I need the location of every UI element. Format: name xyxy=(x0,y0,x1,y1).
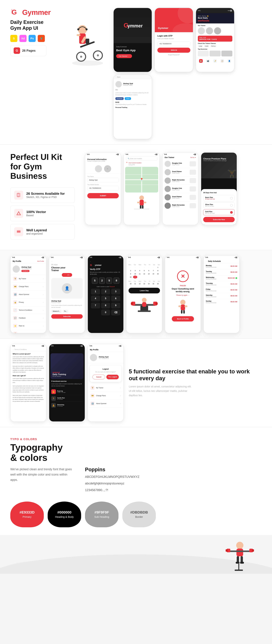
gold-plan: Gold Plan $50 for 365 days ✓ xyxy=(203,209,235,215)
svg-rect-55 xyxy=(183,310,185,314)
black-name: Heading & Body xyxy=(55,516,74,518)
primary-hex: #E9333D xyxy=(20,510,35,514)
perfect-title: Perfect UI Kitfor Gym Business xyxy=(10,152,75,181)
svg-rect-64 xyxy=(252,549,254,552)
perfect-section: Perfect UI Kitfor Gym Business 26 Screen… xyxy=(0,145,272,250)
phone-dark-workout: 9:41 ● ▌▌ ← WORKOUT Daily Training 60 mi… xyxy=(49,344,85,422)
leave-day-btn[interactable]: Leave Day xyxy=(128,288,160,294)
svg-text:G: G xyxy=(12,8,17,16)
primary-name: Primary xyxy=(23,516,32,518)
tools-row: S Xd Ps xyxy=(10,35,62,42)
phone-leave-day: 9:41 ● ▌▌ ← MonTueWedThuFriSatSun - - - xyxy=(126,256,162,333)
svg-point-50 xyxy=(180,300,186,305)
font-numbers: 1234567890..,:?! xyxy=(85,487,262,493)
svg-rect-52 xyxy=(178,306,181,307)
nav-blog[interactable]: 📝 xyxy=(213,59,217,63)
nav-plans[interactable]: 📋 xyxy=(220,59,224,63)
border-hex: #DBDBDB xyxy=(130,510,148,514)
svg-rect-26 xyxy=(17,232,20,233)
sub-name: Sub Heading xyxy=(94,516,109,518)
svg-rect-7 xyxy=(77,34,80,36)
nav-videos[interactable]: 📹 xyxy=(206,59,210,63)
menu-trainer[interactable]: 🏋️ My Trainer › xyxy=(11,275,46,283)
swatch-primary: #E9333D Primary xyxy=(10,502,44,527)
menu-terms[interactable]: 📄 Terms & Conditions › xyxy=(11,306,46,314)
bottom-illustration xyxy=(0,535,272,574)
swatch-sub: #9F9F9F Sub Heading xyxy=(85,502,118,527)
screens-title: 26 Screens Available for xyxy=(26,192,65,196)
svg-rect-68 xyxy=(240,562,244,564)
layered-title: Well Layered xyxy=(26,228,47,232)
font-lowercase: abcdefghijklmnopqrstuvwxyz xyxy=(85,480,262,486)
svg-point-58 xyxy=(236,542,244,549)
layered-sub: and organized xyxy=(26,232,47,235)
phone-login: Gymmer Login with OTP Enter your Mobile … xyxy=(154,8,193,72)
svg-rect-63 xyxy=(226,549,228,552)
feature-screens: 26 Screens Available for Sketch, XD, Fig… xyxy=(10,187,75,203)
font-name: Poppins xyxy=(85,467,262,472)
sub-hex: #9F9F9F xyxy=(94,510,109,514)
character-area xyxy=(70,8,106,67)
svg-rect-54 xyxy=(181,310,182,314)
typo-main: We've picked clean and trendy font that … xyxy=(10,467,262,494)
svg-rect-35 xyxy=(137,202,140,203)
svg-point-19 xyxy=(178,8,193,23)
svg-rect-59 xyxy=(236,548,243,556)
svg-rect-44 xyxy=(131,302,133,305)
menu-rate[interactable]: ⭐ Rate Us › xyxy=(11,322,46,330)
svg-rect-60 xyxy=(228,550,252,552)
svg-rect-69 xyxy=(238,563,239,570)
menu-about[interactable]: ℹ️ About Gymmer › xyxy=(11,290,46,298)
svg-point-33 xyxy=(139,196,144,200)
phone-trainer: 9:41 ● ▌▌ Our Trainer Sort by ▼ Douglas … xyxy=(162,152,198,225)
phone-workouts: 9:41 ● ● ▌▌ Hello, Akshay 👋 Best Daily w… xyxy=(196,8,234,72)
sketch-badge: S xyxy=(10,35,18,42)
phone-daily-schedule: 9:41 ● ▌▌ ← Daily Schedule MondayWorkout… xyxy=(204,256,240,333)
phone-terms: 9:41 ● ▌▌ ← Terms & Conditions What is L… xyxy=(10,344,46,422)
svg-point-14 xyxy=(86,28,88,30)
swatch-black: #000000 Heading & Body xyxy=(48,502,81,527)
menu-privacy[interactable]: 🔒 Privacy › xyxy=(11,298,46,306)
phone-verify-otp: 9:41 ● ▌▌ ← G ymmer Verify OTP We sent y… xyxy=(88,256,124,333)
colors-row: #E9333D Primary #000000 Heading & Body #… xyxy=(10,502,262,527)
middle-screens-row: 9:41 ● ▌▌ My Profile Edit Profile Akshay… xyxy=(0,250,272,338)
svg-rect-27 xyxy=(17,230,20,231)
vector-sub: Based xyxy=(26,214,46,217)
phone-error: 9:41 ● ▌▌ ✕ FAILED Oops! Something went … xyxy=(165,256,201,333)
perfect-left: Perfect UI Kitfor Gym Business 26 Screen… xyxy=(10,152,75,242)
svg-point-20 xyxy=(172,23,193,32)
feature-layered: Well Layered and organized xyxy=(10,224,75,240)
app-tagline: Daily Exercise Gym App UI xyxy=(10,19,62,31)
feature-vector: 100% Vector Based xyxy=(10,206,75,221)
svg-rect-36 xyxy=(144,202,146,203)
typo-right: Poppins ABCDEFGHIJKLMNOPQRSTUVWXYZ abcde… xyxy=(85,467,262,494)
exercise-text-block: 5 functional exercise that enable you to… xyxy=(126,344,262,422)
svg-point-13 xyxy=(77,28,79,30)
vector-icon xyxy=(14,209,23,218)
app-logo-icon: G xyxy=(10,8,20,17)
svg-rect-49 xyxy=(142,302,146,307)
svg-text:G: G xyxy=(90,264,92,266)
svg-rect-34 xyxy=(140,200,144,206)
screens-sub: Sketch, XD, Figma or PSD xyxy=(26,196,65,198)
header-left: G Gymmer Daily Exercise Gym App UI S Xd … xyxy=(10,8,62,56)
svg-rect-70 xyxy=(235,570,243,571)
svg-point-12 xyxy=(97,54,99,56)
phone-location: 9:41 ● ▌▌ 🔍Enter your location 📍Use Curr… xyxy=(124,152,160,225)
font-uppercase: ABCDEFGHIJKLMNOPQRSTUVWXYZ xyxy=(85,474,262,480)
menu-feedback[interactable]: 💬 Feedback › xyxy=(11,314,46,322)
svg-rect-45 xyxy=(156,302,158,305)
vector-title: 100% Vector xyxy=(26,210,46,214)
layered-icon xyxy=(14,227,23,236)
menu-logout[interactable]: 🚪 Log Out › xyxy=(11,330,46,333)
phone-personal-info: 9:41 ● ▌▌ ← Personal Information Please … xyxy=(85,152,121,225)
nav-home[interactable]: 🏠 xyxy=(199,59,203,63)
subscribe-btn[interactable]: Subscribe Now xyxy=(203,217,235,222)
ps-badge: Ps xyxy=(28,35,36,42)
phone-hi-nice: 9:41 ● ▌▌ ← Hi nice Choose your Trainer … xyxy=(49,256,85,333)
menu-plans[interactable]: 💳 Change Plans › xyxy=(11,283,46,290)
back-to-profile-btn[interactable]: Back to Profile xyxy=(172,316,194,322)
svg-text:ymmer: ymmer xyxy=(128,23,143,28)
phone-dark-banner: G ymmer Daily Exercise Best Gym App Get … xyxy=(113,8,152,72)
nav-profile[interactable]: 👤 xyxy=(228,59,231,63)
